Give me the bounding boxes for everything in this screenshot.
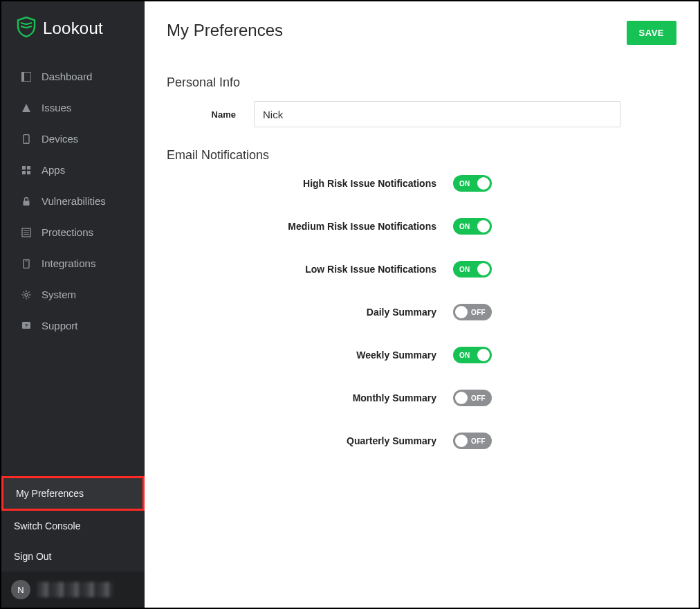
notification-row: Low Risk Issue NotificationsON [167,261,676,278]
toggle-knob [455,435,468,447]
notification-row: Monthly SummaryOFF [167,390,676,406]
sidebar-item-label: System [42,289,76,300]
dashboard-icon [21,71,32,82]
toggle-knob [477,220,490,233]
sidebar-item-label: Protections [42,226,93,238]
sidebar-item-label: Issues [42,102,71,113]
toggle-state-label: ON [459,352,470,359]
svg-rect-4 [22,166,26,170]
sidebar-item-dashboard[interactable]: Dashboard [1,61,145,92]
alert-triangle-icon [21,102,32,113]
toggle-state-label: OFF [471,394,486,402]
svg-line-20 [23,291,24,293]
gear-icon [21,289,32,300]
svg-rect-8 [24,201,30,206]
notification-label: Quarterly Summary [167,435,436,446]
sidebar-item-label: My Preferences [16,488,84,499]
notification-label: High Risk Issue Notifications [167,178,436,189]
notification-label: Monthly Summary [167,392,436,403]
toggle-knob [455,306,468,318]
help-icon: ? [21,320,32,331]
notification-row: Daily SummaryOFF [167,304,676,320]
toggle-state-label: OFF [471,437,486,445]
toggle-monthly-summary[interactable]: OFF [453,390,492,406]
sidebar-item-label: Support [42,320,78,331]
shield-logo-icon [17,17,36,40]
user-name-obscured [37,582,113,597]
lock-icon [21,196,32,207]
toggle-daily-summary[interactable]: OFF [453,304,492,320]
sidebar: Lookout Dashboard Issues Devices Apps Vu… [1,1,145,608]
sidebar-item-label: Switch Console [14,520,81,531]
svg-point-15 [25,293,28,296]
sidebar-item-switch-console[interactable]: Switch Console [1,511,145,541]
sidebar-item-apps[interactable]: Apps [1,154,145,185]
sidebar-item-label: Vulnerabilities [42,195,106,207]
sidebar-item-devices[interactable]: Devices [1,123,145,154]
notification-row: Quarterly SummaryOFF [167,433,676,449]
toggle-state-label: OFF [471,309,486,316]
sidebar-item-vulnerabilities[interactable]: Vulnerabilities [1,185,145,217]
toggle-state-label: ON [459,266,470,273]
grid-icon [21,165,32,176]
sidebar-item-label: Integrations [42,257,95,269]
bottom-nav: My Preferences Switch Console Sign Out N [1,476,145,608]
brand-name: Lookout [43,19,103,38]
toggle-knob [477,349,490,361]
sidebar-item-issues[interactable]: Issues [1,92,145,123]
notification-label: Daily Summary [167,307,436,318]
toggle-high-risk-issue-notifications[interactable]: ON [453,175,492,192]
svg-line-21 [28,296,30,298]
name-label: Name [167,109,236,120]
sidebar-item-label: Apps [42,164,65,176]
toggle-knob [477,177,490,190]
sidebar-item-my-preferences[interactable]: My Preferences [1,476,145,511]
sidebar-item-sign-out[interactable]: Sign Out [1,541,145,572]
sidebar-item-support[interactable]: ? Support [1,310,145,341]
svg-text:?: ? [25,322,28,328]
name-input[interactable] [254,101,620,127]
svg-point-3 [26,141,27,143]
svg-line-22 [23,296,24,298]
save-button[interactable]: SAVE [627,21,676,45]
notification-label: Medium Risk Issue Notifications [167,221,436,232]
page-title: My Preferences [167,21,283,40]
sidebar-item-label: Dashboard [42,71,92,82]
user-row[interactable]: N [1,572,145,608]
toggle-low-risk-issue-notifications[interactable]: ON [453,261,492,278]
brand-row: Lookout [1,1,145,57]
svg-rect-6 [22,171,26,174]
toggle-weekly-summary[interactable]: ON [453,347,492,363]
sidebar-item-label: Devices [42,133,78,145]
nav: Dashboard Issues Devices Apps Vulnerabil… [1,57,145,341]
main-content: My Preferences SAVE Personal Info Name E… [145,1,699,608]
notification-row: Weekly SummaryON [167,347,676,363]
notification-row: Medium Risk Issue NotificationsON [167,218,676,235]
notification-label: Weekly Summary [167,349,436,361]
email-notifications-heading: Email Notifications [167,148,676,163]
sidebar-item-integrations[interactable]: Integrations [1,248,145,279]
toggle-state-label: ON [459,180,470,188]
personal-info-heading: Personal Info [167,75,676,90]
toggle-knob [477,263,490,275]
avatar: N [11,580,30,599]
svg-rect-13 [24,259,29,268]
toggle-knob [455,392,468,404]
sidebar-item-system[interactable]: System [1,279,145,310]
sidebar-item-label: Sign Out [14,551,51,562]
svg-rect-7 [27,171,30,174]
svg-rect-5 [27,166,30,170]
toggle-quarterly-summary[interactable]: OFF [453,433,492,449]
phone-icon [21,134,32,145]
sidebar-item-protections[interactable]: Protections [1,217,145,248]
list-icon [21,227,32,238]
svg-line-23 [28,291,30,293]
toggle-medium-risk-issue-notifications[interactable]: ON [453,218,492,235]
svg-rect-1 [21,72,24,82]
toggle-state-label: ON [459,223,470,230]
device-icon [21,258,32,269]
notification-label: Low Risk Issue Notifications [167,264,436,275]
notification-row: High Risk Issue NotificationsON [167,175,676,192]
